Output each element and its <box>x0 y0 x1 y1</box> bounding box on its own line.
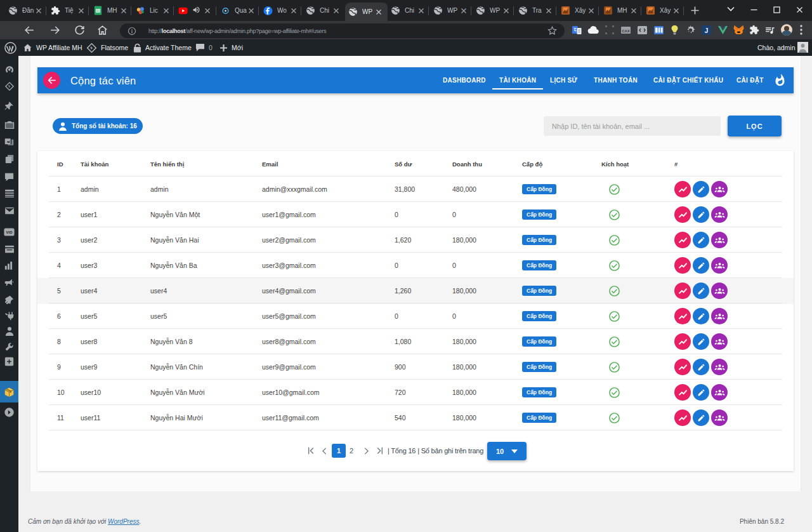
svg-text:J: J <box>704 27 708 34</box>
svg-text:CAX: CAX <box>622 29 630 32</box>
svg-text:VID: VID <box>6 230 13 234</box>
